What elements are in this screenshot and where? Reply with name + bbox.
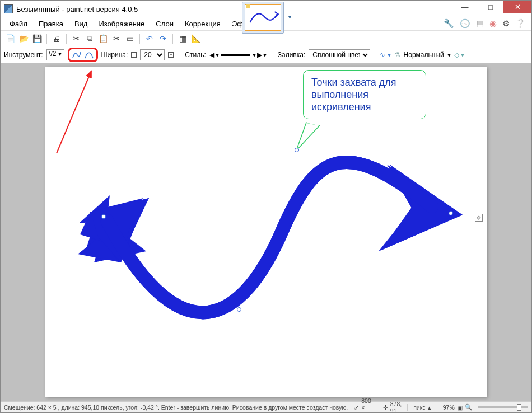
crop-icon[interactable]: ✂︎	[111, 34, 122, 44]
annotation-arrow	[57, 71, 91, 153]
curve-type-highlight	[68, 48, 98, 62]
move-handle[interactable]: ✥	[475, 214, 483, 222]
history-window-icon[interactable]: 🕓	[460, 18, 470, 29]
blend-mode-label[interactable]: Нормальный	[404, 51, 444, 59]
open-file-icon[interactable]: 📂	[18, 34, 29, 44]
menu-view[interactable]: Вид	[69, 18, 94, 29]
separator	[46, 34, 47, 44]
print-icon[interactable]: 🖨	[52, 34, 62, 44]
blend-icon[interactable]: ⚗	[394, 51, 400, 59]
fit-window-icon[interactable]: ▣	[457, 404, 463, 411]
dash-style-icon[interactable]	[221, 54, 250, 56]
colors-window-icon[interactable]: ◉	[489, 18, 497, 29]
status-zoom: 97% ▣ 🔍 🔍	[437, 403, 532, 411]
status-info: Смещение: 642 × 5 , длина: 945,10 пиксел…	[4, 404, 348, 411]
separator	[139, 34, 140, 44]
zoom-out-icon[interactable]: 🔍	[465, 403, 472, 411]
end-cap-icon[interactable]: ▶	[257, 51, 262, 59]
menu-image[interactable]: Изображение	[93, 18, 150, 29]
callout-text: Точки захвата для выполнения искривления	[311, 77, 396, 112]
layers-window-icon[interactable]: ▤	[476, 18, 484, 29]
menu-adjustments[interactable]: Коррекция	[179, 18, 226, 29]
zoom-slider[interactable]	[478, 406, 528, 408]
menu-file[interactable]: Файл	[4, 18, 33, 29]
ruler-icon[interactable]: 📐	[191, 34, 201, 44]
bezier-curve-icon[interactable]	[84, 50, 94, 60]
status-dimensions: ⤢ 800 × 600	[348, 397, 377, 414]
undo-icon[interactable]: ↶	[144, 34, 155, 44]
minimize-button[interactable]: —	[452, 1, 478, 13]
redo-icon[interactable]: ↷	[158, 34, 168, 44]
thumbnail-dropdown-icon[interactable]: ▾	[288, 14, 291, 20]
app-icon	[4, 4, 13, 13]
cursor-icon: ✛	[383, 404, 388, 411]
curve-handle[interactable]	[295, 148, 299, 152]
tool-picker[interactable]: \/2 ▾	[46, 49, 64, 60]
menu-edit[interactable]: Правка	[33, 18, 69, 29]
selection-mode-icon[interactable]: ◇ ▾	[454, 51, 464, 59]
width-decrease-button[interactable]: -	[131, 52, 137, 58]
curve-handle[interactable]	[237, 307, 241, 312]
brush-width-select[interactable]: 20	[140, 49, 165, 60]
width-increase-button[interactable]: +	[168, 52, 174, 58]
separator	[66, 34, 67, 44]
callout-bubble: Точки захвата для выполнения искривления	[303, 70, 426, 119]
maximize-button[interactable]: □	[478, 1, 503, 13]
antialias-icon[interactable]: ∿ ▾	[380, 51, 390, 59]
separator	[375, 50, 375, 60]
fill-label: Заливка:	[278, 51, 306, 59]
chevron-up-icon: ▴	[428, 404, 431, 411]
status-cursor: ✛ 878, 91	[377, 401, 407, 414]
width-label: Ширина:	[101, 51, 128, 59]
dimensions-icon: ⤢	[354, 404, 359, 411]
image-thumbnail[interactable]	[245, 4, 281, 31]
paste-icon[interactable]: 📋	[98, 34, 108, 44]
grid-icon[interactable]: ▦	[178, 34, 188, 44]
curve-handle[interactable]	[449, 211, 453, 215]
settings-icon[interactable]: ⚙	[502, 18, 510, 29]
menu-layers[interactable]: Слои	[150, 18, 179, 29]
start-cap-icon[interactable]: ◀	[209, 51, 214, 59]
window-title: Безымянный - paint.net версия 4.0.5	[16, 5, 138, 13]
spline-curve-icon[interactable]	[72, 50, 82, 60]
separator	[172, 34, 173, 44]
copy-icon[interactable]: ⧉	[85, 34, 95, 44]
tools-window-icon[interactable]: 🔧	[444, 18, 454, 29]
pin-icon	[246, 4, 250, 8]
window-controls: — □ ✕	[452, 1, 531, 13]
help-icon[interactable]: ❔	[515, 18, 526, 29]
deselect-icon[interactable]: ▭	[125, 34, 135, 44]
callout-tail	[296, 123, 320, 151]
canvas[interactable]: Точки захвата для выполнения искривления…	[45, 67, 487, 397]
status-units[interactable]: пикс ▴	[407, 404, 437, 411]
workarea: Точки захвата для выполнения искривления…	[1, 63, 531, 401]
curve-handle[interactable]	[101, 214, 106, 219]
instrument-label: Инструмент:	[4, 51, 43, 59]
close-button[interactable]: ✕	[503, 1, 531, 13]
cut-icon[interactable]: ✂	[71, 34, 81, 44]
style-label: Стиль:	[185, 51, 206, 59]
fill-select[interactable]: Сплошной цвет	[309, 49, 370, 60]
line-style-control[interactable]: ◀▾ ▾ ▶▾	[209, 51, 267, 59]
new-file-icon[interactable]: 📄	[5, 34, 15, 44]
tool-options-toolbar: Инструмент: \/2 ▾ Ширина: - 20 + Стиль: …	[1, 46, 531, 63]
save-icon[interactable]: 💾	[32, 34, 42, 44]
statusbar: Смещение: 642 × 5 , длина: 945,10 пиксел…	[1, 401, 531, 412]
aux-toolbar: 🔧 🕓 ▤ ◉ ⚙ ❔	[444, 18, 526, 29]
